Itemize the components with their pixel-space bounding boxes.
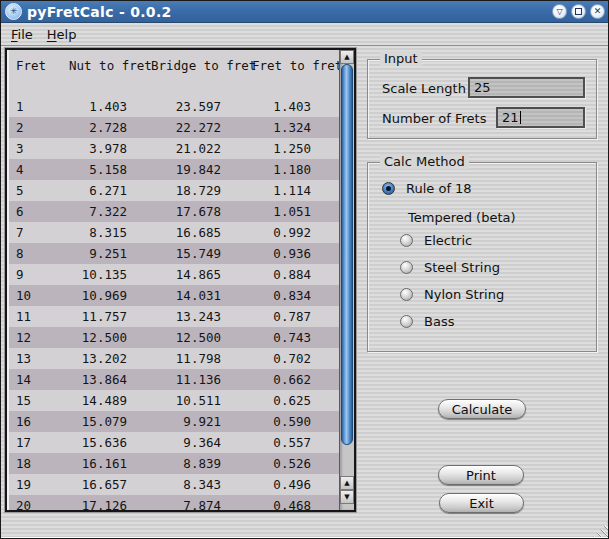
table-cell: 0.496 (221, 477, 311, 492)
calc-method-group-title: Calc Method (380, 154, 469, 169)
radio-rule-of-18[interactable]: Rule of 18 (382, 181, 472, 196)
table-cell: 20 (9, 498, 62, 510)
menu-item-help[interactable]: Help (47, 27, 77, 42)
table-cell: 12.500 (62, 330, 127, 345)
scale-length-field[interactable]: 25 (468, 77, 585, 98)
vertical-scrollbar[interactable]: ▲ ▲ ▼ (339, 50, 354, 510)
table-cell: 16.685 (127, 225, 221, 240)
table-cell: 19 (9, 477, 62, 492)
radio-nylon-string[interactable]: Nylon String (400, 287, 504, 301)
table-cell: 9.251 (62, 246, 127, 261)
table-header-fret-to-fret: Fret to fret (252, 58, 339, 73)
title-bar[interactable]: ✳ pyFretCalc - 0.0.2 ▽ ✕ (1, 1, 608, 23)
radio-label: Nylon String (424, 287, 504, 302)
table-row: 1715.6369.3640.557 (9, 432, 339, 453)
table-row: 56.27118.7291.114 (9, 180, 339, 201)
table-cell: 10 (9, 288, 62, 303)
scroll-down-button[interactable]: ▼ (340, 490, 354, 504)
table-cell: 0.992 (221, 225, 311, 240)
table-cell: 21.022 (127, 141, 221, 156)
table-row: 1111.75713.2430.787 (9, 306, 339, 327)
triangle-up-icon: ▲ (344, 480, 349, 487)
table-cell: 0.662 (221, 372, 311, 387)
tempered-radio-list: ElectricSteel StringNylon StringBass (400, 233, 504, 328)
table-cell: 3.978 (62, 141, 127, 156)
table-cell: 1.324 (221, 120, 311, 135)
table-cell: 7.874 (127, 498, 221, 510)
radio-unselected-icon[interactable] (400, 234, 413, 247)
table-row: 910.13514.8650.884 (9, 264, 339, 285)
table-cell: 17 (9, 435, 62, 450)
table-row: 1615.0799.9210.590 (9, 411, 339, 432)
fret-table[interactable]: Fret Nut to fret Bridge to fret Fret to … (7, 50, 339, 510)
radio-label: Electric (424, 233, 472, 248)
table-cell: 22.272 (127, 120, 221, 135)
table-cell: 9.921 (127, 414, 221, 429)
table-cell: 0.743 (221, 330, 311, 345)
table-cell: 10.511 (127, 393, 221, 408)
table-row: 67.32217.6781.051 (9, 201, 339, 222)
radio-steel-string[interactable]: Steel String (400, 260, 504, 274)
calculate-button[interactable]: Calculate (438, 399, 526, 419)
number-of-frets-label: Number of Frets (382, 111, 486, 126)
menu-item-file[interactable]: File (11, 27, 33, 42)
table-cell: 7 (9, 225, 62, 240)
table-cell: 6 (9, 204, 62, 219)
table-cell: 8 (9, 246, 62, 261)
table-cell: 0.625 (221, 393, 311, 408)
table-cell: 0.590 (221, 414, 311, 429)
table-row: 1413.86411.1360.662 (9, 369, 339, 390)
table-cell: 4 (9, 162, 62, 177)
number-of-frets-field[interactable]: 21 (496, 107, 585, 128)
table-cell: 11.757 (62, 309, 127, 324)
shade-button[interactable]: ▽ (552, 4, 567, 19)
scroll-up-button-bottom[interactable]: ▲ (340, 476, 354, 490)
triangle-up-icon: ▲ (344, 54, 349, 61)
print-button[interactable]: Print (438, 465, 524, 485)
table-cell: 13.864 (62, 372, 127, 387)
table-cell: 0.702 (221, 351, 311, 366)
table-cell: 11 (9, 309, 62, 324)
table-cell: 15 (9, 393, 62, 408)
table-cell: 13 (9, 351, 62, 366)
radio-unselected-icon[interactable] (400, 261, 413, 274)
table-cell: 14.489 (62, 393, 127, 408)
table-cell: 14 (9, 372, 62, 387)
scroll-up-button[interactable]: ▲ (340, 50, 354, 64)
radio-selected-icon[interactable] (382, 182, 395, 195)
starburst-glyph: ✳ (10, 7, 18, 16)
radio-electric[interactable]: Electric (400, 233, 504, 247)
scrollbar-bottom-buttons: ▲ ▼ (340, 476, 354, 504)
table-cell: 15.636 (62, 435, 127, 450)
table-cell: 5.158 (62, 162, 127, 177)
table-cell: 2 (9, 120, 62, 135)
maximize-button[interactable] (571, 4, 586, 19)
table-row: 1313.20211.7980.702 (9, 348, 339, 369)
close-button[interactable]: ✕ (590, 4, 605, 19)
input-group: Input Scale Length 25 Number of Frets 21 (367, 59, 597, 139)
table-cell: 1.250 (221, 141, 311, 156)
table-cell: 18.729 (127, 183, 221, 198)
chevron-down-icon: ▽ (556, 8, 562, 16)
radio-bass[interactable]: Bass (400, 314, 504, 328)
radio-rule-of-18-label: Rule of 18 (406, 181, 472, 196)
table-row: 1514.48910.5110.625 (9, 390, 339, 411)
table-cell: 23.597 (127, 99, 221, 114)
table-cell: 3 (9, 141, 62, 156)
table-cell: 16 (9, 414, 62, 429)
app-starburst-icon: ✳ (5, 3, 22, 20)
table-header-nut-to-fret: Nut to fret (69, 58, 152, 73)
exit-button[interactable]: Exit (439, 493, 524, 513)
scrollbar-thumb[interactable] (341, 64, 353, 445)
table-cell: 0.468 (221, 498, 311, 510)
table-cell: 0.787 (221, 309, 311, 324)
table-cell: 0.884 (221, 267, 311, 282)
resize-grip-icon[interactable] (593, 522, 608, 537)
radio-unselected-icon[interactable] (400, 315, 413, 328)
input-group-title: Input (380, 51, 422, 66)
table-cell: 6.271 (62, 183, 127, 198)
radio-unselected-icon[interactable] (400, 288, 413, 301)
radio-label: Bass (424, 314, 454, 329)
table-cell: 12.500 (127, 330, 221, 345)
table-cell: 10.969 (62, 288, 127, 303)
